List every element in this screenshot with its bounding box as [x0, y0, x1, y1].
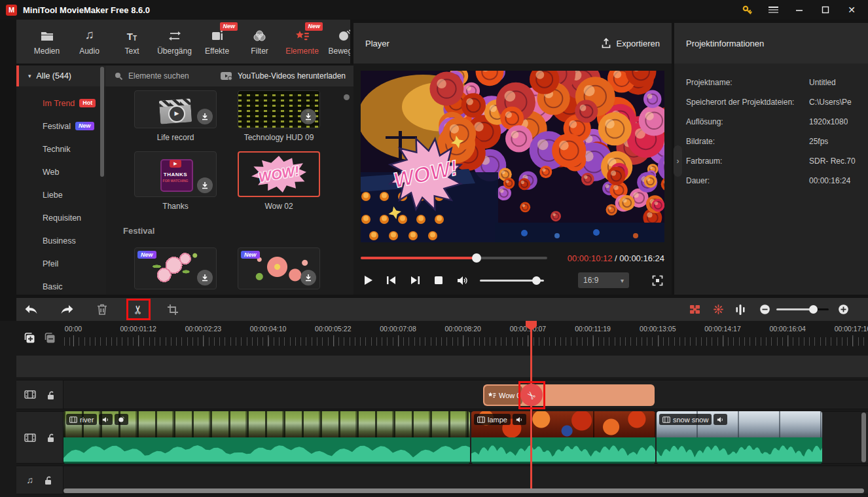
download-icon[interactable] — [300, 109, 316, 124]
sidebar-item[interactable]: Festival New — [16, 115, 106, 138]
element-card-thanks[interactable]: THANKS FOR WATCHING Thanks — [134, 151, 217, 212]
key-icon[interactable] — [741, 4, 753, 16]
download-icon[interactable] — [197, 270, 213, 285]
tab-bewegung[interactable]: Bewegun — [323, 20, 350, 64]
stop-button[interactable] — [431, 273, 446, 287]
lock-icon[interactable] — [44, 475, 53, 485]
volume-slider[interactable] — [480, 280, 544, 282]
sparkle-effect-icon[interactable] — [708, 300, 728, 319]
delete-button[interactable] — [92, 300, 112, 319]
timeline-zoom-slider[interactable] — [776, 308, 829, 310]
tab-elemente[interactable]: New Elemente — [281, 20, 323, 64]
fullscreen-icon[interactable] — [650, 273, 664, 287]
project-info-title: Projektinformationen — [686, 39, 764, 48]
element-card-festival-1[interactable]: New — [134, 248, 217, 289]
film-icon — [477, 416, 485, 423]
zoom-out-icon[interactable] — [755, 300, 774, 319]
timeline-clip-snow[interactable]: snow snow — [657, 411, 822, 464]
element-thumbnail: New — [238, 248, 320, 289]
project-info-row: Auflösung: 1920x1080 — [686, 112, 868, 132]
sidebar-item[interactable]: Requisiten — [16, 206, 106, 229]
elements-panel: Elemente suchen YouTube-Videos herunterl… — [106, 65, 353, 295]
element-card-life-record[interactable]: Life record — [134, 90, 217, 143]
lock-icon[interactable] — [46, 432, 56, 443]
sidebar-item[interactable]: Liebe — [16, 183, 106, 206]
sidebar-item[interactable]: Im Trend Hot — [16, 92, 106, 115]
app-window: M MiniTool MovieMaker Free 8.6.0 ✕ Medie… — [0, 0, 868, 497]
aspect-ratio-select[interactable]: 16:9 ▾ — [578, 272, 629, 288]
ruler-timecode: 00:00:13:05 — [640, 325, 676, 333]
crop-button[interactable] — [163, 300, 183, 319]
fit-timeline-icon[interactable] — [685, 300, 704, 319]
element-thumbnail — [238, 90, 320, 128]
timeline-clip-lampe[interactable]: lampe — [471, 411, 655, 464]
motion-icon — [338, 28, 351, 42]
play-button[interactable] — [361, 273, 375, 287]
export-icon — [601, 38, 611, 48]
download-icon[interactable] — [197, 177, 213, 193]
playback-progress-bar[interactable] — [361, 257, 547, 259]
element-card-festival-2[interactable]: New — [238, 248, 320, 289]
timeline-vertical-scrollbar[interactable] — [861, 413, 866, 462]
lock-icon[interactable] — [46, 390, 56, 400]
sidebar-item-alle[interactable]: ▾ Alle (544) — [16, 65, 106, 86]
zoom-knob[interactable] — [809, 305, 818, 314]
download-icon[interactable] — [300, 270, 316, 285]
maximize-icon[interactable] — [820, 4, 831, 16]
sidebar-item[interactable]: Basic — [16, 275, 106, 298]
video-preview[interactable]: WOW! — [361, 71, 664, 242]
player-panel: Player Exportieren — [353, 23, 672, 295]
element-card-label: Wow 02 — [238, 202, 320, 212]
timeline-clip-river[interactable]: river — [63, 411, 470, 464]
undo-button[interactable] — [22, 300, 41, 319]
filter-icon — [253, 28, 266, 42]
export-button[interactable]: Exportieren — [601, 38, 660, 48]
minimize-icon[interactable] — [793, 4, 805, 16]
clip-label: lampe — [488, 416, 507, 424]
previous-frame-button[interactable] — [384, 273, 399, 287]
tab-audio[interactable]: ♫ Audio — [68, 20, 111, 64]
sidebar-item[interactable]: Web — [16, 160, 106, 183]
audio-waveform — [63, 437, 470, 464]
timeline-ruler[interactable]: 00:00 00:00:01:12 00:00:02:23 00:00:04:1… — [63, 321, 868, 352]
volume-icon[interactable] — [455, 273, 469, 287]
menu-icon[interactable] — [767, 4, 779, 16]
track-height-icon[interactable] — [731, 300, 750, 319]
sidebar-scrollbar[interactable] — [100, 67, 104, 177]
remove-track-icon[interactable] — [45, 333, 56, 344]
download-icon[interactable] — [197, 109, 213, 124]
timeline-horizontal-scrollbar[interactable] — [63, 488, 864, 493]
project-info-panel: Projektinformationen Projektname: Untitl… — [674, 23, 868, 295]
ruler-timecode: 00:00 — [65, 325, 82, 333]
progress-knob[interactable] — [472, 253, 481, 263]
info-value: 1920x1080 — [809, 117, 848, 126]
tab-medien[interactable]: Medien — [26, 20, 68, 64]
info-label: Dauer: — [686, 176, 809, 185]
info-label: Speicherort der Projektdateien: — [686, 98, 809, 107]
element-card-wow-selected[interactable]: WOW! Wow 02 — [238, 151, 320, 212]
element-track[interactable] — [16, 380, 868, 409]
element-card-label: Technology HUD 09 — [238, 133, 320, 143]
tab-filter[interactable]: Filter — [238, 20, 281, 64]
sidebar-item[interactable]: Technik — [16, 138, 106, 160]
panel-collapse-handle[interactable]: › — [674, 145, 682, 177]
element-card-technology-hud[interactable]: Technology HUD 09 — [238, 90, 320, 143]
tab-text[interactable]: TT Text — [111, 20, 153, 64]
timeline-empty-track[interactable] — [16, 356, 868, 377]
clip-label: snow snow — [673, 416, 708, 424]
redo-button[interactable] — [57, 300, 77, 319]
elements-search-bar[interactable]: Elemente suchen YouTube-Videos herunterl… — [106, 65, 353, 86]
elements-scrollbar[interactable] — [344, 94, 350, 100]
zoom-in-icon[interactable] — [833, 300, 853, 319]
close-icon[interactable]: ✕ — [846, 4, 858, 16]
add-track-icon[interactable] — [24, 333, 35, 344]
timeline-clip-wow-element[interactable]: Wow 0 — [483, 384, 655, 406]
youtube-download-button[interactable]: YouTube-Videos herunterladen — [221, 71, 346, 81]
next-frame-button[interactable] — [408, 273, 422, 287]
sidebar-item[interactable]: Pfeil — [16, 252, 106, 275]
element-clip-icon — [488, 392, 496, 399]
tab-effekte[interactable]: New Effekte — [196, 20, 238, 64]
sidebar-item[interactable]: Business — [16, 229, 106, 252]
tab-uebergang[interactable]: Übergäng — [153, 20, 196, 64]
ruler-timecode: 00:00:08:20 — [444, 325, 480, 333]
